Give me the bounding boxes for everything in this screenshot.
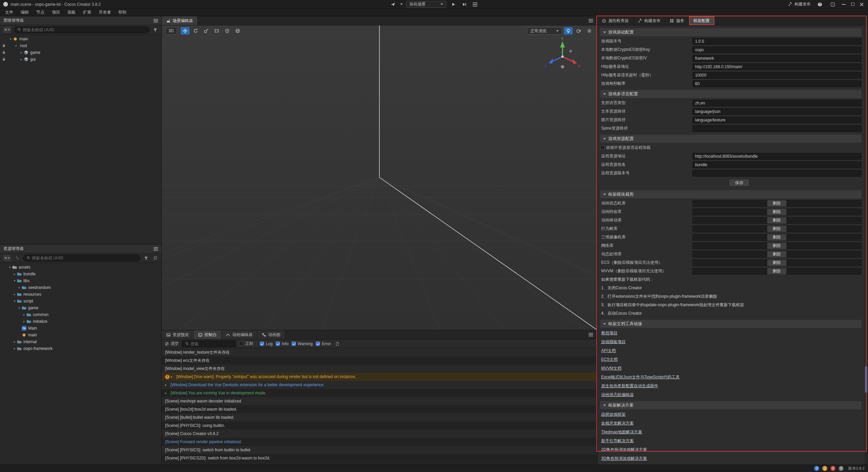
section-header-modules[interactable]: 框架模块裁剪 xyxy=(600,190,862,198)
doc-link[interactable]: 原生包热更新配置自动生成插件 xyxy=(601,383,658,389)
log-row-4[interactable]: ▸[Window] Download the Vue Devtools exte… xyxy=(162,381,597,389)
expand-arrow-icon[interactable]: ▸ xyxy=(17,286,22,289)
doc-link[interactable]: ECS文档 xyxy=(601,357,618,362)
pivot-toggle-button[interactable] xyxy=(223,27,232,35)
log-row-6[interactable]: [Scene] meshopt wasm decoder initialized xyxy=(162,397,597,405)
status-badge-1[interactable]: 1 xyxy=(822,466,827,471)
scene-settings-button[interactable] xyxy=(585,27,594,35)
field-input[interactable] xyxy=(692,108,862,115)
asset-common[interactable]: ▸common xyxy=(0,311,161,318)
delete-module-button[interactable]: 删除 xyxy=(767,217,787,224)
tab-0[interactable]: 资源预览 xyxy=(162,330,194,339)
menu-item-5[interactable]: 扩展 xyxy=(79,9,95,16)
section-header-basic[interactable]: 游戏基础配置 xyxy=(600,28,862,36)
tab-0[interactable]: 属性检查器 xyxy=(597,16,633,25)
save-button[interactable]: 保存 xyxy=(729,179,749,186)
tab-3[interactable]: 动画图 xyxy=(257,330,285,339)
field-input[interactable] xyxy=(692,117,862,123)
delete-module-button[interactable]: 删除 xyxy=(767,209,787,215)
field-input[interactable] xyxy=(692,161,862,168)
menu-item-0[interactable]: 文件 xyxy=(1,9,17,16)
delete-module-button[interactable]: 删除 xyxy=(767,268,787,275)
asset-bundle[interactable]: ▸bundle xyxy=(0,271,161,277)
clear-console-button[interactable]: 清空 xyxy=(165,341,179,347)
log-row-5[interactable]: ▸[Window] You are running Vue in develop… xyxy=(162,389,597,397)
log-row-7[interactable]: [Scene] [box2d]:box2d wasm lib loaded. xyxy=(162,405,597,413)
expand-arrow-icon[interactable]: ▾ xyxy=(7,266,12,269)
asset-assets[interactable]: ▾assets xyxy=(0,264,161,271)
panel-menu-icon[interactable] xyxy=(154,249,158,249)
doc-link[interactable]: 教程项目 xyxy=(601,330,617,336)
play-button[interactable] xyxy=(450,1,457,8)
expand-chevron-icon[interactable]: ▸ xyxy=(165,391,169,395)
refresh-icon[interactable] xyxy=(152,255,159,261)
build-publish-button[interactable]: 构建发布 xyxy=(788,1,811,7)
solution-link[interactable]: 全栈开发解决方案 xyxy=(601,420,634,426)
delete-module-button[interactable]: 删除 xyxy=(767,200,787,207)
delete-module-button[interactable]: 删除 xyxy=(767,234,787,241)
asset-internal[interactable]: ▸internal xyxy=(0,338,161,345)
status-badge-2[interactable]: 0 xyxy=(830,466,835,471)
layout-grid-button[interactable] xyxy=(471,1,479,8)
log-row-9[interactable]: [Scene] [PHYSICS]: using builtin. xyxy=(162,421,597,430)
console-searchbox[interactable] xyxy=(182,340,236,347)
scrollbar[interactable] xyxy=(865,25,868,465)
status-badge-3[interactable]: 0 xyxy=(839,466,844,471)
regex-checkbox[interactable] xyxy=(239,341,243,346)
hierarchy-search-input[interactable] xyxy=(23,27,146,32)
asset-initialize[interactable]: ▸initialize xyxy=(0,318,161,325)
scrollbar-thumb[interactable] xyxy=(865,366,867,393)
filter-Warning[interactable]: Warning xyxy=(292,341,313,346)
log-row-1[interactable]: [Window] ecs文件夹存在 xyxy=(162,356,597,365)
delete-module-button[interactable]: 删除 xyxy=(767,259,787,266)
doc-link[interactable]: API文档 xyxy=(601,348,616,354)
assets-search-input[interactable] xyxy=(32,256,137,260)
expand-arrow-icon[interactable]: ▸ xyxy=(12,272,17,276)
maximize-button[interactable] xyxy=(851,3,854,6)
filter-Error[interactable]: Error xyxy=(316,341,331,346)
coordinate-toggle-button[interactable] xyxy=(233,27,242,35)
sort-icon[interactable] xyxy=(14,255,21,261)
section-header-lang[interactable]: 游戏多语言配置 xyxy=(600,90,862,98)
panel-menu-icon[interactable] xyxy=(154,20,158,21)
expand-arrow-icon[interactable]: ▸ xyxy=(19,51,24,54)
tab-1[interactable]: 控制台 xyxy=(194,330,221,339)
rotate-tool-button[interactable] xyxy=(191,27,200,35)
panel-menu-icon[interactable] xyxy=(589,20,593,21)
lock-icon[interactable] xyxy=(2,44,6,47)
rect-tool-button[interactable] xyxy=(212,27,221,35)
log-row-8[interactable]: [Scene] [bullet]:bullet wasm lib loaded. xyxy=(162,413,597,421)
field-input[interactable] xyxy=(692,46,862,53)
log-row-13[interactable]: [Scene] [PHYSICS2D]: switch from box2d-w… xyxy=(162,454,597,462)
menu-item-7[interactable]: 帮助 xyxy=(115,9,130,16)
preview-platform-icon[interactable] xyxy=(389,1,397,8)
delete-module-button[interactable]: 删除 xyxy=(767,251,787,258)
expand-chevron-icon[interactable]: ▸ xyxy=(165,383,169,387)
hierarchy-searchbox[interactable] xyxy=(14,26,150,33)
field-input[interactable] xyxy=(692,38,862,45)
solution-link[interactable]: 3D角色扮演游戏解决方案 xyxy=(601,456,647,461)
package-icon[interactable] xyxy=(816,1,824,8)
hierarchy-node-game[interactable]: ▸game xyxy=(0,49,161,56)
menu-item-4[interactable]: 面板 xyxy=(64,9,79,16)
filter-checkbox[interactable] xyxy=(260,341,264,346)
scene-viewport[interactable]: 3D xyxy=(162,25,597,330)
axis-gizmo[interactable]: Y X z xyxy=(544,37,581,75)
filter-checkbox[interactable] xyxy=(316,341,320,346)
add-node-button[interactable]: + xyxy=(3,26,12,33)
console-search-input[interactable] xyxy=(191,341,233,346)
chevron-down-icon[interactable] xyxy=(400,3,403,5)
solution-link[interactable]: 2D角色扮演游戏解决方案 xyxy=(601,447,647,453)
filter-checkbox[interactable] xyxy=(292,341,296,346)
help-icon[interactable]: ? xyxy=(829,1,836,8)
delete-module-button[interactable]: 删除 xyxy=(767,242,787,249)
view-mode-dropdown[interactable]: 正常浏览 xyxy=(527,27,562,35)
log-row-0[interactable]: [Window] render_texture文件夹存在 xyxy=(162,348,597,356)
log-row-3[interactable]: !▸[Window] [Vue warn]: Property "onInput… xyxy=(162,373,597,381)
hierarchy-node-root[interactable]: ▾root xyxy=(0,42,161,49)
expand-arrow-icon[interactable]: ▾ xyxy=(12,299,17,303)
log-row-10[interactable]: [Scene] Cocos Creator v3.8.2 xyxy=(162,430,597,438)
log-row-12[interactable]: [Scene] [PHYSICS]: switch from builtin t… xyxy=(162,446,597,454)
menu-item-2[interactable]: 节点 xyxy=(33,9,48,16)
delete-module-button[interactable]: 删除 xyxy=(767,225,787,232)
